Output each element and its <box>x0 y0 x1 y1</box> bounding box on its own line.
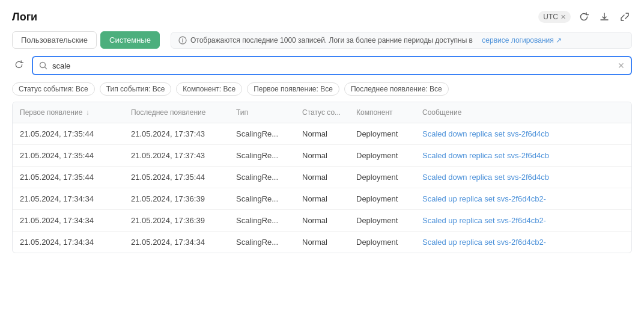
cell-message[interactable]: Scaled up replica set svs-2f6d4cb2- <box>415 232 631 253</box>
col-header-status: Статус со... <box>295 102 349 123</box>
clear-search-icon[interactable]: ✕ <box>618 61 625 70</box>
filter-type[interactable]: Тип события: Все <box>100 82 172 96</box>
table-row: 21.05.2024, 17:34:34 21.05.2024, 17:36:3… <box>13 188 631 210</box>
cell-last-seen: 21.05.2024, 17:37:43 <box>124 123 229 145</box>
cell-first-seen: 21.05.2024, 17:34:34 <box>13 232 124 253</box>
cell-last-seen: 21.05.2024, 17:34:34 <box>124 232 229 253</box>
cell-type: ScalingRe... <box>229 210 295 232</box>
utc-badge: UTC ✕ <box>538 11 571 23</box>
page-title: Логи <box>12 11 37 23</box>
search-icon <box>39 61 47 70</box>
expand-icon <box>620 12 630 22</box>
cell-message[interactable]: Scaled up replica set svs-2f6d4cb2- <box>415 188 631 210</box>
cell-first-seen: 21.05.2024, 17:35:44 <box>13 123 124 145</box>
logs-table: Первое появление ↓ Последнее появление Т… <box>13 102 631 253</box>
cell-component: Deployment <box>349 145 415 167</box>
cell-last-seen: 21.05.2024, 17:36:39 <box>124 210 229 232</box>
cell-type: ScalingRe... <box>229 188 295 210</box>
cell-last-seen: 21.05.2024, 17:37:43 <box>124 145 229 167</box>
cell-component: Deployment <box>349 123 415 145</box>
search-row: ✕ <box>0 49 644 82</box>
cell-first-seen: 21.05.2024, 17:34:34 <box>13 210 124 232</box>
tab-user[interactable]: Пользовательские <box>12 31 97 49</box>
cell-component: Deployment <box>349 232 415 253</box>
cell-last-seen: 21.05.2024, 17:35:44 <box>124 167 229 188</box>
col-header-last-seen: Последнее появление <box>124 102 229 123</box>
table-header: Первое появление ↓ Последнее появление Т… <box>13 102 631 123</box>
search-box: ✕ <box>32 56 632 75</box>
table-body: 21.05.2024, 17:35:44 21.05.2024, 17:37:4… <box>13 123 631 253</box>
tabs-row: Пользовательские Системные Отображаются … <box>0 31 644 49</box>
col-header-first-seen: Первое появление ↓ <box>13 102 124 123</box>
table-row: 21.05.2024, 17:34:34 21.05.2024, 17:36:3… <box>13 210 631 232</box>
utc-label: UTC <box>543 13 558 21</box>
page-header: Логи UTC ✕ <box>0 0 644 31</box>
cell-type: ScalingRe... <box>229 232 295 253</box>
filter-last-seen[interactable]: Последнее появление: Все <box>344 82 449 96</box>
col-header-component: Компонент <box>349 102 415 123</box>
table-row: 21.05.2024, 17:35:44 21.05.2024, 17:35:4… <box>13 167 631 188</box>
search-refresh-button[interactable] <box>12 58 26 73</box>
cell-message[interactable]: Scaled up replica set svs-2f6d4cb2- <box>415 210 631 232</box>
search-input[interactable] <box>52 61 613 70</box>
cell-message[interactable]: Scaled down replica set svs-2f6d4cb <box>415 123 631 145</box>
cell-first-seen: 21.05.2024, 17:34:34 <box>13 188 124 210</box>
col-header-message: Сообщение <box>415 102 631 123</box>
refresh-button[interactable] <box>577 10 591 24</box>
cell-first-seen: 21.05.2024, 17:35:44 <box>13 145 124 167</box>
filters-row: Статус события: Все Тип события: Все Ком… <box>0 82 644 102</box>
search-refresh-icon <box>14 60 23 69</box>
header-actions: UTC ✕ <box>538 10 632 24</box>
cell-component: Deployment <box>349 210 415 232</box>
sort-icon-first-seen[interactable]: ↓ <box>86 108 90 117</box>
cell-last-seen: 21.05.2024, 17:36:39 <box>124 188 229 210</box>
filter-component[interactable]: Компонент: Все <box>176 82 242 96</box>
col-header-type: Тип <box>229 102 295 123</box>
filter-first-seen[interactable]: Первое появление: Все <box>247 82 339 96</box>
logs-table-container: Первое появление ↓ Последнее появление Т… <box>12 102 632 253</box>
download-icon <box>600 12 609 22</box>
cell-status: Normal <box>295 167 349 188</box>
expand-button[interactable] <box>618 10 632 24</box>
cell-status: Normal <box>295 210 349 232</box>
cell-type: ScalingRe... <box>229 167 295 188</box>
info-icon <box>178 36 187 45</box>
tab-system[interactable]: Системные <box>100 31 160 49</box>
cell-status: Normal <box>295 123 349 145</box>
download-button[interactable] <box>597 10 612 24</box>
info-link[interactable]: сервисе логирования ↗ <box>482 36 562 45</box>
cell-status: Normal <box>295 232 349 253</box>
cell-message[interactable]: Scaled down replica set svs-2f6d4cb <box>415 145 631 167</box>
table-row: 21.05.2024, 17:35:44 21.05.2024, 17:37:4… <box>13 145 631 167</box>
cell-message[interactable]: Scaled down replica set svs-2f6d4cb <box>415 167 631 188</box>
info-banner: Отображаются последние 1000 записей. Лог… <box>171 32 632 49</box>
cell-component: Deployment <box>349 188 415 210</box>
cell-status: Normal <box>295 145 349 167</box>
table-row: 21.05.2024, 17:35:44 21.05.2024, 17:37:4… <box>13 123 631 145</box>
utc-close-icon[interactable]: ✕ <box>560 13 566 21</box>
cell-type: ScalingRe... <box>229 145 295 167</box>
info-text: Отображаются последние 1000 записей. Лог… <box>190 36 473 45</box>
cell-status: Normal <box>295 188 349 210</box>
cell-first-seen: 21.05.2024, 17:35:44 <box>13 167 124 188</box>
cell-type: ScalingRe... <box>229 123 295 145</box>
cell-component: Deployment <box>349 167 415 188</box>
table-row: 21.05.2024, 17:34:34 21.05.2024, 17:34:3… <box>13 232 631 253</box>
refresh-icon <box>579 12 589 22</box>
filter-status[interactable]: Статус события: Все <box>12 82 95 96</box>
